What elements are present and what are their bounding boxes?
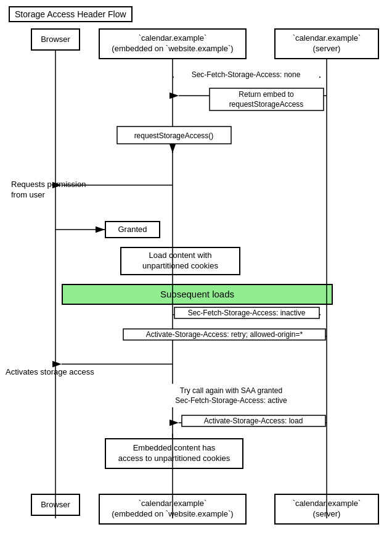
embedded-content-box: Embedded content has access to unpartiti… (105, 438, 243, 469)
load-content-box: Load content with unpartitioned cookies (120, 247, 240, 275)
server-top-box: `calendar.example` (server) (274, 28, 379, 59)
diagram-title: Storage Access Header Flow (9, 6, 133, 22)
svg-rect-6 (174, 69, 319, 80)
diagram: Storage Access Header Flow Browser `cale… (0, 0, 392, 548)
svg-text:Activate-Storage-Access: retry: Activate-Storage-Access: retry; allowed-… (146, 330, 303, 339)
svg-rect-9 (210, 88, 324, 110)
svg-rect-26 (142, 384, 321, 407)
svg-rect-19 (174, 307, 319, 318)
svg-text:requestStorageAccess(): requestStorageAccess() (134, 131, 214, 140)
request-permission-box: Requests permission from user (9, 173, 104, 207)
browser-bottom-box: Browser (31, 494, 80, 516)
embed-bottom-box: `calendar.example` (embedded on `website… (99, 494, 247, 525)
svg-text:Sec-Fetch-Storage-Access: acti: Sec-Fetch-Storage-Access: active (175, 396, 287, 405)
svg-rect-12 (117, 127, 231, 144)
server-bottom-box: `calendar.example` (server) (274, 494, 379, 525)
svg-text:Activate-Storage-Access: load: Activate-Storage-Access: load (204, 417, 303, 425)
svg-text:Sec-Fetch-Storage-Access: none: Sec-Fetch-Storage-Access: none (192, 70, 301, 79)
activates-storage-box: Activates storage access (3, 361, 111, 383)
svg-rect-22 (123, 329, 325, 340)
svg-rect-30 (182, 415, 325, 426)
embed-top-box: `calendar.example` (embedded on `website… (99, 28, 247, 59)
browser-top-box: Browser (31, 28, 80, 51)
svg-text:requestStorageAccess: requestStorageAccess (229, 100, 304, 109)
svg-text:Sec-Fetch-Storage-Access: inac: Sec-Fetch-Storage-Access: inactive (188, 309, 306, 317)
subsequent-loads-box: Subsequent loads (62, 284, 333, 305)
svg-text:Try call again with SAA grante: Try call again with SAA granted (180, 386, 282, 395)
granted-box: Granted (105, 221, 160, 238)
svg-text:Return embed to: Return embed to (239, 90, 294, 99)
